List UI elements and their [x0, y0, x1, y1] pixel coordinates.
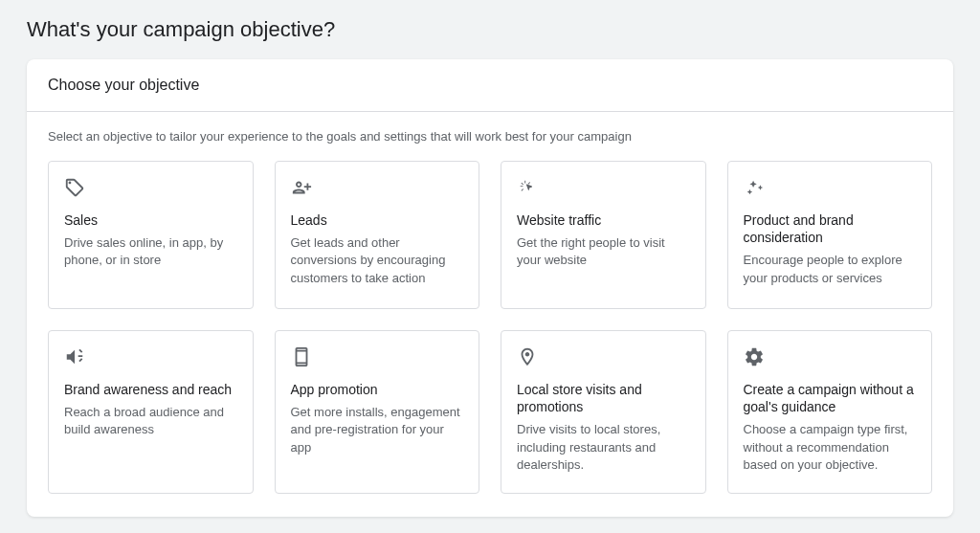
- card-header-title: Choose your objective: [48, 77, 932, 94]
- objective-title: Create a campaign without a goal's guida…: [744, 381, 917, 415]
- objective-title: Website traffic: [517, 211, 690, 229]
- pin-icon: [517, 346, 538, 367]
- click-icon: [517, 177, 538, 198]
- objective-no-goal[interactable]: Create a campaign without a goal's guida…: [727, 330, 933, 494]
- objective-desc: Reach a broad audience and build awarene…: [64, 404, 237, 438]
- objective-local-store[interactable]: Local store visits and promotions Drive …: [501, 330, 706, 494]
- gear-icon: [744, 346, 765, 367]
- objective-card-panel: Choose your objective Select an objectiv…: [27, 59, 953, 517]
- card-subheader: Select an objective to tailor your exper…: [48, 129, 932, 144]
- objective-desc: Drive sales online, in app, by phone, or…: [64, 234, 237, 269]
- page-title: What's your campaign objective?: [27, 17, 953, 42]
- objective-title: Brand awareness and reach: [64, 381, 237, 398]
- sparkle-icon: [744, 177, 765, 198]
- tag-icon: [64, 177, 85, 198]
- leads-icon: [291, 177, 312, 198]
- megaphone-icon: [64, 346, 85, 367]
- objective-title: App promotion: [291, 381, 464, 398]
- objective-desc: Drive visits to local stores, including …: [517, 421, 690, 474]
- objective-desc: Choose a campaign type first, without a …: [744, 421, 917, 474]
- objective-leads[interactable]: Leads Get leads and other conversions by…: [275, 161, 480, 309]
- objective-desc: Get the right people to visit your websi…: [517, 234, 690, 269]
- objective-desc: Get leads and other conversions by encou…: [291, 234, 464, 287]
- objective-app-promotion[interactable]: App promotion Get more installs, engagem…: [275, 330, 480, 494]
- objective-sales[interactable]: Sales Drive sales online, in app, by pho…: [48, 161, 254, 309]
- objective-title: Local store visits and promotions: [517, 381, 690, 415]
- phone-icon: [291, 346, 312, 367]
- objective-title: Sales: [64, 211, 237, 229]
- objective-product-brand[interactable]: Product and brand consideration Encourag…: [727, 161, 933, 309]
- card-header: Choose your objective: [27, 59, 953, 112]
- objective-title: Product and brand consideration: [744, 211, 917, 246]
- objective-brand-awareness[interactable]: Brand awareness and reach Reach a broad …: [48, 330, 254, 494]
- objective-desc: Encourage people to explore your product…: [744, 252, 917, 286]
- objective-desc: Get more installs, engagement and pre-re…: [291, 404, 464, 456]
- objective-website-traffic[interactable]: Website traffic Get the right people to …: [501, 161, 706, 309]
- objective-title: Leads: [291, 211, 464, 229]
